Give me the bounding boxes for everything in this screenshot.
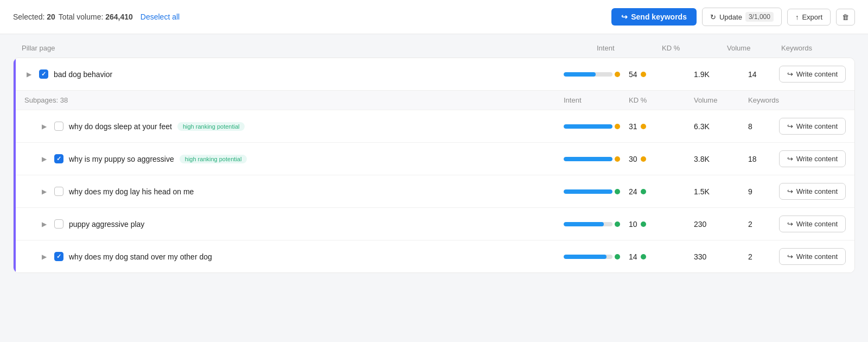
subpage-write-content-button[interactable]: ↪ Write content — [779, 216, 846, 232]
subpage-keywords: 2 — [748, 220, 752, 229]
subpage-row: ▶ why does my dog stand over my other do… — [16, 240, 854, 273]
subpage-checkbox[interactable] — [54, 122, 63, 131]
subpage-checkbox[interactable] — [54, 219, 63, 229]
write-icon: ↪ — [787, 70, 793, 78]
top-bar: Selected: 20 Total volume: 264,410 Desel… — [0, 0, 868, 34]
pillar-keywords: 14 — [748, 70, 757, 79]
subpage-volume: 1.5K — [694, 187, 748, 196]
export-button[interactable]: ↑ Export — [787, 9, 831, 26]
main-content: Pillar page Intent KD % Volume Keywords … — [0, 39, 868, 288]
write-icon: ↪ — [787, 122, 793, 130]
subpage-row: ▶ puppy aggressive play 10 230 2 ↪ Write… — [16, 207, 854, 240]
subpage-intent-dot — [615, 156, 620, 162]
subpage-volume: 3.8K — [694, 155, 748, 163]
sub-col-kd: KD % — [629, 96, 694, 104]
volume-label: Total volume: 264,410 — [59, 12, 133, 21]
subpage-intent-fill — [564, 255, 607, 259]
col-keywords-header: Keywords — [781, 44, 846, 52]
subpage-intent-fill — [564, 157, 612, 161]
subpage-intent-dot — [615, 254, 620, 259]
top-bar-right: ↪ Send keywords ↻ Update 3/1,000 ↑ Expor… — [611, 8, 855, 26]
subpage-chevron[interactable]: ▶ — [40, 122, 49, 131]
subpage-row-left: ▶ why do dogs sleep at your feet high ra… — [24, 122, 564, 131]
subpage-write-content-button[interactable]: ↪ Write content — [779, 248, 846, 265]
update-count-badge: 3/1,000 — [745, 12, 774, 22]
subpage-kd-dot — [641, 156, 646, 162]
subpage-checkbox[interactable] — [54, 252, 63, 261]
subpage-chevron[interactable]: ▶ — [40, 219, 49, 229]
pillar-checkbox[interactable] — [39, 69, 48, 79]
subpage-kd-dot — [641, 254, 646, 259]
sub-col-keywords: Keywords — [748, 96, 846, 104]
trash-button[interactable]: 🗑 — [836, 9, 855, 26]
subpage-row-left: ▶ puppy aggressive play — [24, 219, 564, 229]
pillar-chevron[interactable]: ▶ — [24, 69, 34, 79]
subpage-intent-fill — [564, 189, 612, 194]
sub-col-intent: Intent — [564, 96, 629, 104]
subpage-intent-dot — [615, 189, 620, 194]
subpage-kd-dot — [641, 189, 646, 194]
write-icon: ↪ — [787, 187, 793, 195]
subpage-write-content-button[interactable]: ↪ Write content — [779, 183, 846, 200]
subpages-header: Subpages: 38 Intent KD % Volume Keywords — [16, 90, 854, 110]
subpage-intent-dot — [615, 124, 620, 129]
subpage-row: ▶ why is my puppy so aggressive high ran… — [16, 142, 854, 175]
subpage-title: why does my dog lay his head on me — [69, 187, 194, 196]
high-ranking-tag: high ranking potential — [177, 122, 245, 131]
subpage-kd: 10 — [629, 220, 694, 229]
subpage-keywords: 9 — [748, 187, 752, 196]
subpage-kd: 14 — [629, 252, 694, 261]
pillar-kd: 54 — [629, 70, 694, 79]
subpage-kd-dot — [641, 124, 646, 129]
export-icon: ↑ — [795, 13, 799, 21]
subpage-write-content-button[interactable]: ↪ Write content — [779, 118, 846, 135]
subpage-checkbox[interactable] — [54, 187, 63, 196]
subpage-keywords: 18 — [748, 155, 757, 163]
send-keywords-button[interactable]: ↪ Send keywords — [611, 8, 697, 26]
subpage-title: why is my puppy so aggressive — [69, 155, 174, 163]
subpage-row-left: ▶ why does my dog lay his head on me — [24, 187, 564, 197]
subpage-row: ▶ why do dogs sleep at your feet high ra… — [16, 110, 854, 142]
trash-icon: 🗑 — [842, 13, 849, 21]
update-button[interactable]: ↻ Update 3/1,000 — [702, 8, 782, 26]
subpage-chevron[interactable]: ▶ — [40, 154, 49, 164]
sub-col-volume: Volume — [694, 96, 748, 104]
write-icon: ↪ — [787, 220, 793, 228]
write-icon: ↪ — [787, 155, 793, 163]
col-volume-header: Volume — [727, 44, 781, 52]
top-bar-left: Selected: 20 Total volume: 264,410 Desel… — [13, 12, 180, 21]
subpage-volume: 230 — [694, 220, 748, 229]
subpage-row-left: ▶ why does my dog stand over my other do… — [24, 252, 564, 262]
subpage-intent-bar — [564, 189, 629, 194]
subpage-title: why does my dog stand over my other dog — [69, 252, 212, 261]
subpage-title: why do dogs sleep at your feet — [69, 122, 172, 131]
pillar-write-content-button[interactable]: ↪ Write content — [779, 66, 846, 83]
subpage-volume: 330 — [694, 252, 748, 261]
pillar-intent-fill — [564, 72, 596, 77]
subpage-kd: 24 — [629, 187, 694, 196]
subpage-chevron[interactable]: ▶ — [40, 252, 49, 262]
subpage-intent-fill — [564, 222, 604, 226]
col-kd-header: KD % — [662, 44, 727, 52]
subpage-chevron[interactable]: ▶ — [40, 187, 49, 197]
subpage-kd: 30 — [629, 155, 694, 163]
pillar-title: bad dog behavior — [54, 70, 112, 79]
subpage-volume: 6.3K — [694, 122, 748, 131]
subpage-intent-bar — [564, 124, 629, 129]
subpage-rows: ▶ why do dogs sleep at your feet high ra… — [16, 110, 854, 273]
subpage-checkbox[interactable] — [54, 154, 63, 163]
refresh-icon: ↻ — [710, 13, 716, 21]
high-ranking-tag: high ranking potential — [180, 155, 247, 163]
pillar-volume: 1.9K — [694, 70, 748, 79]
subpage-row-left: ▶ why is my puppy so aggressive high ran… — [24, 154, 564, 164]
pillar-row-container: ▶ bad dog behavior 54 1.9K 14 — [13, 58, 855, 273]
send-icon: ↪ — [621, 12, 628, 21]
col-pillar-header: Pillar page — [22, 44, 597, 52]
selected-label: Selected: 20 — [13, 12, 55, 21]
pillar-kd-dot — [641, 72, 646, 77]
subpage-write-content-button[interactable]: ↪ Write content — [779, 150, 846, 167]
pillar-row-left: ▶ bad dog behavior — [24, 69, 564, 79]
subpages-count-label: Subpages: 38 — [24, 96, 564, 104]
write-icon: ↪ — [787, 252, 793, 261]
deselect-all-link[interactable]: Deselect all — [141, 12, 180, 21]
